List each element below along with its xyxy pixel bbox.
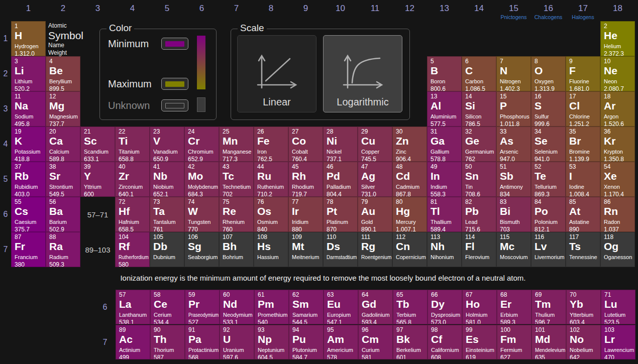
element-cell-ti[interactable]: 22TiTitanium658.8 [115, 127, 150, 162]
element-cell-zn[interactable]: 30ZnZinc906.4 [392, 127, 427, 162]
element-cell-eu[interactable]: 63EuEuropium547.1 [324, 290, 358, 324]
element-cell-pb[interactable]: 82PbLead715.6 [462, 197, 496, 232]
element-cell-yb[interactable]: 70YbYtterbium603.4 [566, 290, 601, 324]
element-cell-gd[interactable]: 64GdGadolinium593.4 [358, 290, 393, 324]
element-cell-bh[interactable]: 107BhBohrium [219, 232, 254, 267]
element-cell-pt[interactable]: 78PtPlatinum870 [323, 197, 358, 232]
element-cell-cs[interactable]: 55CsCaesium375.7 [11, 197, 46, 232]
element-cell-w[interactable]: 74WTungsten770 [184, 197, 219, 232]
element-cell-re[interactable]: 75ReRhenium760 [219, 197, 254, 232]
element-cell-pa[interactable]: 91PaProtactinium568 [185, 325, 220, 359]
element-cell-sg[interactable]: 106SgSeaborgium [184, 232, 219, 267]
element-cell-cn[interactable]: 112CnCopernicium [392, 232, 427, 267]
element-cell-b[interactable]: 5BBoron800.6 [427, 56, 462, 91]
logarithmic-scale-button[interactable]: Logarithmic [323, 35, 402, 112]
unknown-color-button[interactable] [161, 99, 188, 111]
element-cell-ho[interactable]: 67HoHolmium581.0 [462, 290, 497, 324]
element-cell-po[interactable]: 84PoPolonium812.1 [531, 197, 566, 232]
element-cell-zr[interactable]: 40ZrZirconium640.1 [115, 162, 150, 197]
element-cell-fr[interactable]: 87FrFrancium380 [11, 232, 46, 267]
element-cell-sr[interactable]: 38SrStrontium549.5 [46, 162, 80, 197]
element-cell-tl[interactable]: 81TlThallium589.4 [427, 197, 462, 232]
element-cell-sm[interactable]: 62SmSamarium544.5 [289, 290, 324, 324]
element-cell-rg[interactable]: 111RgRoentgenium [358, 232, 392, 267]
element-cell-v[interactable]: 23VVanadium650.9 [150, 127, 184, 162]
element-cell-ne[interactable]: 10NeNeon2,080.7 [600, 56, 635, 91]
element-cell-he[interactable]: 2HeHelium2,372.3 [600, 21, 635, 56]
element-cell-pm[interactable]: 61PmPromethium540 [254, 290, 289, 324]
element-cell-ds[interactable]: 110DsDarmstadtium [323, 232, 358, 267]
element-cell-th[interactable]: 90ThThorium587 [150, 325, 185, 359]
element-cell-sn[interactable]: 50SnTin708.6 [462, 162, 496, 197]
element-cell-cu[interactable]: 29CuCopper745.5 [358, 127, 392, 162]
element-cell-hs[interactable]: 108HsHassium [254, 232, 288, 267]
element-cell-mn[interactable]: 25MnManganese717.3 [219, 127, 254, 162]
element-cell-y[interactable]: 39YYttrium600 [80, 162, 115, 197]
element-cell-og[interactable]: 118OgOganesson [600, 232, 635, 267]
element-cell-es[interactable]: 99EsEinsteinium619 [462, 325, 497, 359]
element-cell-no[interactable]: 102NoNobelium642 [566, 325, 601, 359]
element-cell-ba[interactable]: 56BaBarium502.9 [46, 197, 80, 232]
element-cell-f[interactable]: 9FFluorine1,681.0 [566, 56, 600, 91]
element-cell-pu[interactable]: 94PuPlutonium584.7 [289, 325, 324, 359]
element-cell-tm[interactable]: 69TmThulium596.7 [531, 290, 566, 324]
element-cell-o[interactable]: 8OOxygen1,313.9 [531, 56, 566, 91]
element-cell-at[interactable]: 85AtAstatine890 [566, 197, 600, 232]
element-cell-te[interactable]: 52TeTellurium869.3 [531, 162, 566, 197]
element-cell-rb[interactable]: 37RbRubidium403.0 [11, 162, 46, 197]
element-cell-lv[interactable]: 116LvLivermorium [531, 232, 566, 267]
element-cell-in[interactable]: 49InIndium558.3 [427, 162, 462, 197]
element-cell-u[interactable]: 92UUranium597.6 [220, 325, 254, 359]
element-cell-hg[interactable]: 80HgMercury1,007.1 [392, 197, 427, 232]
element-cell-lu[interactable]: 71LuLutetium523.5 [601, 290, 635, 324]
element-cell-lr[interactable]: 103LrLawrencium470 [601, 325, 635, 359]
element-cell-s[interactable]: 16SSulfur999.6 [531, 91, 566, 127]
element-cell-nh[interactable]: 113NhNihonium [427, 232, 462, 267]
element-cell-ra[interactable]: 88RaRadium509.3 [46, 232, 80, 267]
element-cell-dy[interactable]: 66DyDysprosium573.0 [428, 290, 462, 324]
element-cell-kr[interactable]: 36KrKrypton1,350.8 [600, 127, 635, 162]
element-cell-np[interactable]: 93NpNeptunium604.5 [254, 325, 289, 359]
linear-scale-button[interactable]: Linear [237, 35, 316, 112]
element-cell-bk[interactable]: 97BkBerkelium601 [393, 325, 428, 359]
element-cell-tb[interactable]: 65TbTerbium565.8 [393, 290, 428, 324]
element-cell-nb[interactable]: 41NbNiobium652.1 [150, 162, 184, 197]
element-cell-mt[interactable]: 109MtMeitnerium [288, 232, 323, 267]
element-cell-cr[interactable]: 24CrChromium652.9 [184, 127, 219, 162]
element-cell-si[interactable]: 14SiSilicon786.5 [462, 91, 496, 127]
element-cell-au[interactable]: 79AuGold890.1 [358, 197, 392, 232]
element-cell-li[interactable]: 3LiLithium520.2 [11, 56, 46, 91]
element-cell-cm[interactable]: 96CmCurium581 [358, 325, 393, 359]
element-cell-hf[interactable]: 72HfHafnium658.5 [115, 197, 150, 232]
minimum-color-button[interactable] [161, 38, 188, 50]
element-cell-sc[interactable]: 21ScScandium633.1 [80, 127, 115, 162]
element-cell-ar[interactable]: 18ArArgon1,520.6 [600, 91, 635, 127]
element-cell-cl[interactable]: 17ClChlorine1,251.2 [566, 91, 600, 127]
element-cell-fe[interactable]: 26FeIron762.5 [254, 127, 288, 162]
element-cell-ga[interactable]: 31GaGallium578.8 [427, 127, 462, 162]
element-cell-ni[interactable]: 28NiNickel737.1 [323, 127, 358, 162]
element-cell-la[interactable]: 57LaLanthanum538.1 [116, 290, 150, 324]
element-cell-ta[interactable]: 73TaTantalum761 [150, 197, 184, 232]
element-cell-al[interactable]: 13AlAluminium577.5 [427, 91, 462, 127]
element-cell-am[interactable]: 95AmAmericium578 [324, 325, 358, 359]
element-cell-sb[interactable]: 51SbAntimony834 [496, 162, 531, 197]
element-cell-pd[interactable]: 46PdPalladium804.4 [323, 162, 358, 197]
element-cell-rf[interactable]: 104RfRutherfordium580 [115, 232, 150, 267]
element-cell-ir[interactable]: 77IrIridium880 [288, 197, 323, 232]
element-cell-cd[interactable]: 48CdCadmium867.8 [392, 162, 427, 197]
element-cell-ca[interactable]: 20CaCalcium589.8 [46, 127, 80, 162]
element-cell-se[interactable]: 34SeSelenium941.0 [531, 127, 566, 162]
element-cell-bi[interactable]: 83BiBismuth703 [496, 197, 531, 232]
element-cell-tc[interactable]: 43TcTechnetium702 [219, 162, 254, 197]
element-cell-ce[interactable]: 58CeCerium534.4 [150, 290, 185, 324]
element-cell-md[interactable]: 101MdMendelevium635 [531, 325, 566, 359]
element-cell-os[interactable]: 76OsOsmium840 [254, 197, 288, 232]
element-cell-h[interactable]: 1HHydrogen1,312.0 [11, 21, 46, 56]
element-cell-c[interactable]: 6CCarbon1,086.5 [462, 56, 496, 91]
element-cell-br[interactable]: 35BrBromine1,139.9 [566, 127, 600, 162]
element-cell-i[interactable]: 53IIodine1,008.4 [566, 162, 600, 197]
element-cell-be[interactable]: 4BeBeryllium899.5 [46, 56, 80, 91]
element-cell-xe[interactable]: 54XeXenon1,170.4 [600, 162, 635, 197]
element-cell-pr[interactable]: 59PrPraseodymium527 [185, 290, 220, 324]
